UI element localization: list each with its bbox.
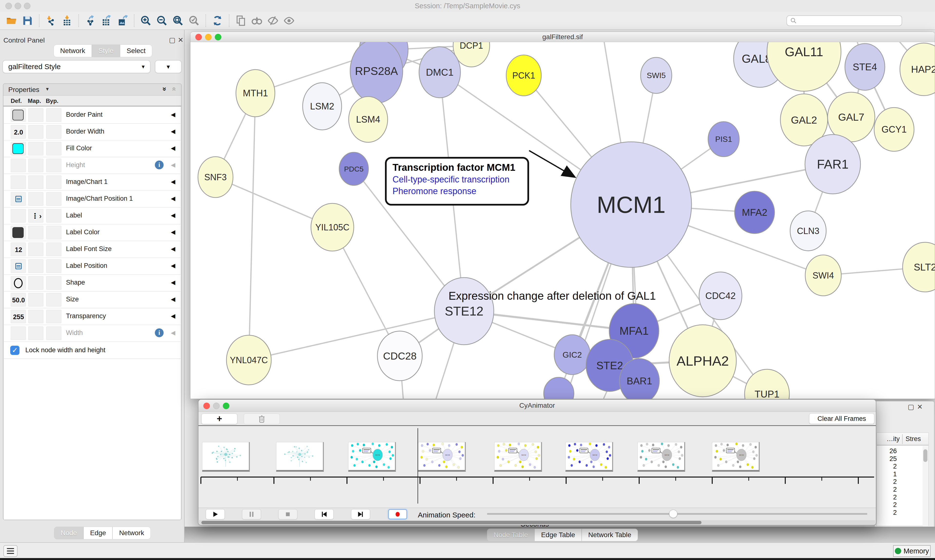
bypass-cell[interactable]: [46, 175, 61, 189]
record-button[interactable]: [388, 509, 407, 519]
collapse-arrow-icon[interactable]: ◀: [171, 229, 175, 235]
tab-edge-table[interactable]: Edge Table: [534, 529, 582, 541]
collapse-arrow-icon[interactable]: ◀: [171, 111, 175, 118]
node-mcm1[interactable]: MCM1: [571, 142, 691, 267]
menu-button[interactable]: [3, 545, 17, 557]
default-cell[interactable]: [11, 142, 26, 155]
annotation-link[interactable]: Pheromone response: [392, 186, 522, 196]
bypass-cell[interactable]: [46, 310, 61, 323]
style-dropdown[interactable]: galFiltered Style ▾: [2, 60, 150, 73]
tab-network-table[interactable]: Network Table: [582, 529, 638, 541]
property-row-label-font-size[interactable]: 12Label Font Size◀: [4, 241, 181, 258]
table-cell[interactable]: 25: [877, 455, 897, 463]
zoom-fit-button[interactable]: [171, 14, 185, 28]
node-mth1[interactable]: MTH1: [236, 69, 275, 117]
node-ste12[interactable]: STE12: [434, 278, 494, 345]
mapping-cell[interactable]: [28, 108, 43, 122]
mapping-cell[interactable]: [28, 125, 43, 138]
property-row-image-chart-1[interactable]: Image/Chart 1◀: [4, 174, 181, 191]
mapping-cell[interactable]: [28, 243, 43, 256]
lock-node-size-row[interactable]: ✓Lock node width and height: [4, 342, 181, 359]
table-cell[interactable]: 2: [877, 494, 897, 501]
property-row-border-paint[interactable]: Border Paint◀: [4, 107, 181, 123]
network-window-titlebar[interactable]: galFiltered.sif: [190, 32, 935, 42]
node-tup1[interactable]: TUP1: [745, 369, 789, 399]
copy-button[interactable]: [234, 14, 248, 28]
skip-to-end-button[interactable]: [351, 509, 370, 519]
property-row-size[interactable]: 50.0Size◀: [4, 291, 181, 308]
property-row-label[interactable]: ⋮›Label◀: [4, 208, 181, 224]
node-cdc42[interactable]: CDC42: [699, 272, 742, 320]
default-cell[interactable]: [11, 175, 26, 189]
node-pis1[interactable]: PIS1: [708, 122, 739, 157]
table-cell[interactable]: 2: [877, 509, 897, 517]
delete-frame-button[interactable]: [244, 414, 280, 424]
pause-button[interactable]: [242, 509, 261, 519]
collapse-arrow-icon[interactable]: ◀: [171, 212, 175, 219]
tab-edge[interactable]: Edge: [83, 527, 113, 539]
collapse-arrow-icon[interactable]: ◀: [171, 178, 175, 185]
table-cell[interactable]: 2: [877, 478, 897, 486]
node-botp[interactable]: [544, 377, 574, 399]
find-button[interactable]: [250, 14, 264, 28]
mapping-cell[interactable]: [28, 259, 43, 273]
annotation-box[interactable]: Transcription factor MCM1 Cell-type-spec…: [385, 157, 529, 206]
float-panel-icon[interactable]: ▢: [908, 403, 914, 411]
node-lsm4[interactable]: LSM4: [349, 97, 388, 142]
default-cell[interactable]: [11, 276, 26, 290]
bypass-cell[interactable]: [46, 243, 61, 256]
property-row-width[interactable]: Widthi◀: [4, 325, 181, 342]
open-session-button[interactable]: [5, 14, 18, 28]
collapse-all-icon[interactable]: »: [169, 87, 177, 91]
node-hap2[interactable]: HAP2: [900, 43, 935, 95]
search-input[interactable]: [797, 17, 895, 25]
table-cell[interactable]: 1: [877, 471, 897, 478]
collapse-arrow-icon[interactable]: ◀: [171, 296, 175, 303]
edge-MTH1-YNL047C[interactable]: [249, 93, 255, 360]
default-cell[interactable]: [11, 326, 26, 340]
property-row-label-position[interactable]: Label Position◀: [4, 258, 181, 275]
timeline-playhead[interactable]: [418, 428, 418, 503]
export-image-button[interactable]: [116, 14, 129, 28]
collapse-arrow-icon[interactable]: ◀: [171, 128, 175, 135]
zoom-selected-button[interactable]: [187, 14, 201, 28]
show-details-button[interactable]: [282, 14, 296, 28]
network-canvas[interactable]: DCP1PCK1RPS28ADMC1SWI5GAL80GAL11STE4HAP2…: [190, 42, 935, 399]
collapse-arrow-icon[interactable]: ◀: [171, 262, 175, 269]
import-network-button[interactable]: [44, 14, 58, 28]
node-pck1[interactable]: PCK1: [506, 55, 541, 96]
close-panel-icon[interactable]: ✕: [917, 403, 923, 411]
node-cdc28[interactable]: CDC28: [377, 331, 422, 381]
table-cell[interactable]: 2: [877, 501, 897, 509]
default-cell[interactable]: [11, 209, 26, 223]
mapping-cell[interactable]: [28, 293, 43, 306]
property-row-height[interactable]: Heighti◀: [4, 157, 181, 174]
table-cell[interactable]: 2: [877, 463, 897, 470]
mapping-cell[interactable]: [28, 192, 43, 206]
node-ste4[interactable]: STE4: [845, 43, 885, 90]
lock-checkbox[interactable]: ✓: [10, 346, 20, 355]
export-network-button[interactable]: [83, 14, 97, 28]
mapping-cell[interactable]: [28, 226, 43, 239]
node-gcy1[interactable]: GCY1: [874, 108, 914, 151]
property-row-image-chart-position-1[interactable]: Image/Chart Position 1◀: [4, 191, 181, 208]
default-cell[interactable]: [11, 158, 26, 172]
tab-network[interactable]: Network: [113, 527, 151, 539]
scrollbar-thumb[interactable]: [201, 521, 702, 524]
column-stress[interactable]: Stres: [906, 435, 921, 443]
bypass-cell[interactable]: [46, 293, 61, 306]
close-panel-icon[interactable]: ✕: [178, 36, 184, 44]
mapping-cell[interactable]: [28, 310, 43, 323]
default-cell[interactable]: 255: [11, 310, 26, 323]
collapse-arrow-icon[interactable]: ◀: [171, 195, 175, 202]
bypass-cell[interactable]: [46, 108, 61, 122]
default-cell[interactable]: [11, 192, 26, 206]
memory-button[interactable]: Memory: [893, 545, 930, 557]
mapping-cell[interactable]: [28, 158, 43, 172]
timeline-scrollbar[interactable]: [199, 520, 875, 525]
tab-node[interactable]: Node: [54, 527, 83, 539]
bypass-cell[interactable]: [46, 209, 61, 223]
mapping-cell[interactable]: ⋮›: [28, 209, 43, 223]
bypass-cell[interactable]: [46, 276, 61, 290]
node-lsm2[interactable]: LSM2: [302, 83, 342, 130]
